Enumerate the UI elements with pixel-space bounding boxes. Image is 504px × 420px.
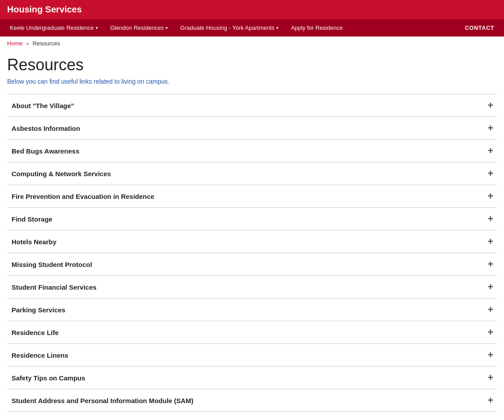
- accordion-item[interactable]: Safety Tips on Campus+: [7, 366, 497, 389]
- accordion-item[interactable]: About "The Village"+: [7, 94, 497, 117]
- accordion-item-label: Bed Bugs Awareness: [12, 147, 80, 155]
- accordion-item-label: Fire Prevention and Evacuation in Reside…: [12, 193, 154, 200]
- accordion-item[interactable]: Asbestos Information+: [7, 117, 497, 139]
- accordion-item-label: Student Financial Services: [12, 283, 97, 291]
- accordion-expand-icon: +: [488, 396, 493, 405]
- accordion-item[interactable]: Parking Services+: [7, 298, 497, 321]
- accordion-item-label: Computing & Network Services: [12, 170, 111, 178]
- nav-item-glendon[interactable]: Glendon Residences ▾: [104, 19, 174, 36]
- accordion-item[interactable]: Student Address and Personal Information…: [7, 389, 497, 412]
- accordion-item-label: Student Address and Personal Information…: [12, 397, 194, 404]
- accordion-expand-icon: +: [488, 418, 493, 420]
- accordion-expand-icon: +: [488, 191, 493, 201]
- site-title: Housing Services: [7, 4, 82, 15]
- breadcrumb-home-link[interactable]: Home: [7, 40, 23, 47]
- accordion-item[interactable]: Bed Bugs Awareness+: [7, 139, 497, 162]
- accordion-expand-icon: +: [488, 350, 493, 360]
- accordion-item-label: Parking Services: [12, 306, 65, 314]
- breadcrumb-separator: »: [26, 40, 29, 47]
- accordion-expand-icon: +: [488, 214, 493, 224]
- accordion-item-label: Residence Linens: [12, 351, 69, 359]
- nav-item-keele-label: Keele Undergraduate Residence: [10, 24, 94, 31]
- nav-item-glendon-label: Glendon Residences: [110, 24, 164, 31]
- page-title: Resources: [7, 56, 497, 74]
- breadcrumb: Home » Resources: [0, 36, 504, 50]
- accordion-item[interactable]: Fire Prevention and Evacuation in Reside…: [7, 185, 497, 207]
- top-bar: Housing Services: [0, 0, 504, 19]
- accordion-item-label: Find Storage: [12, 215, 52, 223]
- accordion-expand-icon: +: [488, 282, 493, 292]
- accordion-item[interactable]: Residence Linens+: [7, 343, 497, 366]
- accordion-item-label: Residence Life: [12, 329, 59, 336]
- accordion-expand-icon: +: [488, 123, 493, 133]
- breadcrumb-current: Resources: [32, 40, 60, 47]
- accordion-expand-icon: +: [488, 305, 493, 315]
- accordion-expand-icon: +: [488, 259, 493, 269]
- page-subtitle: Below you can find useful links related …: [7, 78, 497, 85]
- main-content: Resources Below you can find useful link…: [0, 50, 504, 420]
- nav-bar: Keele Undergraduate Residence ▾ Glendon …: [0, 19, 504, 36]
- accordion-item-label: Asbestos Information: [12, 125, 80, 132]
- nav-contact-button[interactable]: CONTACT: [459, 19, 500, 36]
- accordion-item[interactable]: Computing & Network Services+: [7, 162, 497, 185]
- accordion-item[interactable]: YU-card and Meal Plans+: [7, 412, 497, 420]
- nav-item-apply[interactable]: Apply for Residence: [285, 19, 349, 36]
- accordion-item[interactable]: Find Storage+: [7, 207, 497, 230]
- accordion-item[interactable]: Hotels Nearby+: [7, 230, 497, 253]
- accordion-expand-icon: +: [488, 101, 493, 110]
- accordion-expand-icon: +: [488, 146, 493, 156]
- accordion-item-label: Safety Tips on Campus: [12, 374, 85, 382]
- accordion-expand-icon: +: [488, 327, 493, 337]
- accordion-list: About "The Village"+Asbestos Information…: [7, 94, 497, 420]
- nav-item-graduate-label: Graduate Housing - York Apartments: [180, 24, 274, 31]
- nav-item-graduate[interactable]: Graduate Housing - York Apartments ▾: [174, 19, 285, 36]
- accordion-item-label: About "The Village": [12, 102, 74, 109]
- accordion-item[interactable]: Missing Student Protocol+: [7, 253, 497, 275]
- accordion-item-label: Hotels Nearby: [12, 238, 56, 246]
- accordion-expand-icon: +: [488, 237, 493, 246]
- accordion-item-label: Missing Student Protocol: [12, 261, 92, 268]
- accordion-item[interactable]: Student Financial Services+: [7, 275, 497, 298]
- nav-dropdown-caret-glendon: ▾: [165, 25, 168, 30]
- accordion-expand-icon: +: [488, 373, 493, 383]
- accordion-expand-icon: +: [488, 169, 493, 178]
- nav-dropdown-caret-keele: ▾: [96, 25, 98, 30]
- nav-item-keele[interactable]: Keele Undergraduate Residence ▾: [4, 19, 104, 36]
- nav-dropdown-caret-graduate: ▾: [276, 25, 278, 30]
- nav-item-apply-label: Apply for Residence: [291, 24, 343, 31]
- accordion-item[interactable]: Residence Life+: [7, 321, 497, 343]
